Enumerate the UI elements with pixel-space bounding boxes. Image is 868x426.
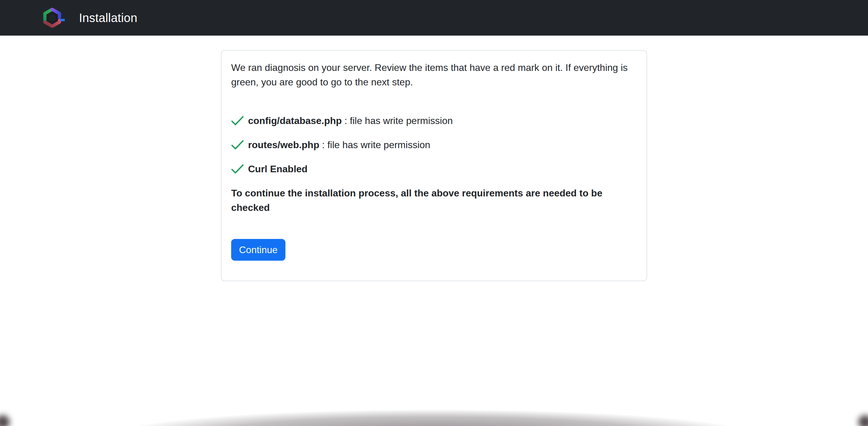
requirement-label: Curl Enabled (248, 162, 307, 176)
requirement-row-routes-web: routes/web.php : file has write permissi… (231, 138, 637, 152)
navbar-brand[interactable]: Installation (43, 8, 137, 28)
main-content: We ran diagnosis on your server. Review … (0, 50, 868, 281)
diagnosis-card-body: We ran diagnosis on your server. Review … (221, 51, 647, 281)
continue-button[interactable]: Continue (231, 239, 285, 261)
requirement-row-database-config: config/database.php : file has write per… (231, 113, 637, 128)
requirements-note: To continue the installation process, al… (231, 186, 623, 215)
app-logo-icon (43, 8, 65, 28)
top-navbar: Installation (0, 0, 868, 36)
page-title: Installation (79, 12, 137, 24)
diagnosis-intro-text: We ran diagnosis on your server. Review … (231, 60, 637, 89)
window-corner-shadow-left (0, 415, 10, 426)
check-icon (231, 164, 244, 174)
diagnosis-card: We ran diagnosis on your server. Review … (221, 50, 647, 281)
requirement-label: routes/web.php : file has write permissi… (248, 138, 430, 152)
window-bottom-shadow (0, 375, 868, 426)
requirement-row-curl: Curl Enabled (231, 162, 637, 176)
window-corner-shadow-right (858, 415, 868, 426)
check-icon (231, 116, 244, 126)
requirement-label: config/database.php : file has write per… (248, 113, 453, 128)
check-icon (231, 140, 244, 150)
